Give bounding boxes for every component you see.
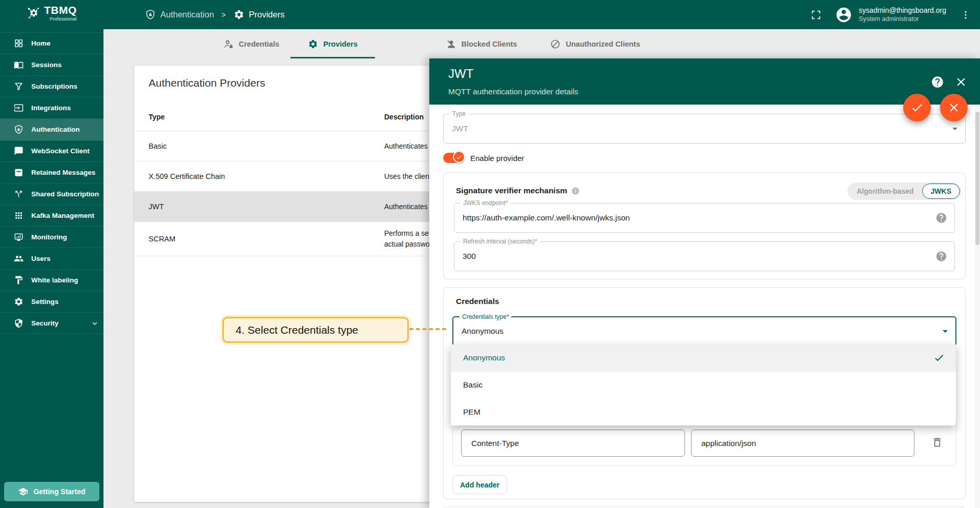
cell-description: Uses the client <box>384 171 431 182</box>
tab-unauthorized-clients[interactable]: Unauthorized Clients <box>544 29 647 58</box>
signature-verifier-title: Signature verifier mechanism <box>456 186 580 195</box>
credentials-title: Credentials <box>456 297 499 306</box>
field-help-icon[interactable] <box>935 251 947 262</box>
tab-blocked-clients[interactable]: Blocked Clients <box>419 29 544 58</box>
sidebar-item-users[interactable]: Users <box>0 248 103 270</box>
breadcrumb-item-authentication[interactable]: Authentication <box>145 9 214 20</box>
dropdown-option-pem[interactable]: PEM <box>451 398 956 425</box>
scrollbar-thumb[interactable] <box>975 112 979 245</box>
drawer-scrollbar[interactable] <box>975 105 980 508</box>
chat-icon <box>14 146 24 156</box>
jwks-endpoint-field[interactable]: JWKS endpoint* <box>454 203 955 233</box>
option-label: PEM <box>463 408 481 417</box>
breadcrumb-item-providers[interactable]: Providers <box>234 9 285 20</box>
provider-details-drawer: JWT MQTT authentication provider details… <box>429 58 980 508</box>
sidebar-item-monitoring[interactable]: Monitoring <box>0 227 103 248</box>
type-select-value: JWT <box>452 124 468 133</box>
header-name-input[interactable] <box>470 430 680 456</box>
dropdown-option-basic[interactable]: Basic <box>451 372 956 399</box>
sidebar-item-subscriptions[interactable]: Subscriptions <box>0 76 103 97</box>
dropdown-option-anonymous[interactable]: Anonymous <box>451 344 956 372</box>
security-shield-icon <box>14 318 24 328</box>
sidebar-item-websocket-client[interactable]: WebSocket Client <box>0 140 103 162</box>
getting-started-button[interactable]: Getting Started <box>4 482 99 501</box>
refresh-interval-field[interactable]: Refresh interval (seconds)* <box>454 241 955 271</box>
refresh-interval-input[interactable] <box>463 242 927 271</box>
sidebar-item-security[interactable]: Security <box>0 313 103 334</box>
close-drawer-icon[interactable] <box>954 75 968 89</box>
sidebar-item-label: Security <box>31 319 82 327</box>
user-info[interactable]: sysadmin@thingsboard.org System administ… <box>859 6 946 24</box>
credentials-type-value: Anonymous <box>462 327 504 336</box>
sidebar-item-label: White labeling <box>31 276 99 284</box>
header-name-field[interactable] <box>461 430 685 457</box>
mechanism-option-algorithm-based[interactable]: Algorithm-based <box>848 184 922 199</box>
tab-credentials[interactable]: Credentials <box>212 29 290 58</box>
help-icon[interactable] <box>931 75 944 89</box>
sidebar-item-home[interactable]: Home <box>0 32 103 54</box>
tab-label: Blocked Clients <box>462 40 517 48</box>
column-header-type: Type <box>149 113 165 121</box>
sidebar-item-label: Kafka Management <box>31 212 99 219</box>
header-value-input[interactable] <box>700 430 910 456</box>
info-icon[interactable] <box>571 187 580 195</box>
delete-header-icon[interactable] <box>931 436 943 448</box>
person-lock-icon <box>223 39 234 49</box>
sidebar-item-retained-messages[interactable]: Retained Messages <box>0 162 103 184</box>
tab-providers[interactable]: Providers <box>290 29 375 58</box>
header-value-field[interactable] <box>691 430 914 457</box>
person-off-icon <box>446 39 456 49</box>
people-icon <box>14 254 24 263</box>
cell-description: Authenticates c <box>384 201 433 212</box>
sidebar-item-settings[interactable]: Settings <box>0 291 103 313</box>
sidebar-item-kafka-management[interactable]: Kafka Management <box>0 205 103 227</box>
jwks-endpoint-input[interactable] <box>463 204 927 232</box>
apply-changes-fab[interactable] <box>903 94 931 121</box>
monitor-icon <box>14 232 24 242</box>
type-select[interactable]: Type JWT <box>443 114 966 144</box>
annotation-text: 4. Select Credentials type <box>236 324 358 336</box>
enable-provider-toggle[interactable] <box>443 153 464 163</box>
enable-provider-row: Enable provider <box>443 153 524 163</box>
getting-started-label: Getting Started <box>33 487 85 496</box>
gear-icon <box>14 297 24 307</box>
user-role: System administrator <box>859 15 946 24</box>
credentials-type-select[interactable]: Credentials type* Anonymous <box>452 316 956 346</box>
check-icon <box>933 352 945 363</box>
sidebar-item-white-labeling[interactable]: White labeling <box>0 270 103 291</box>
discard-changes-fab[interactable] <box>940 94 968 121</box>
gear-icon <box>308 39 318 49</box>
add-header-button[interactable]: Add header <box>452 475 507 494</box>
sidebar-item-shared-subscriptions[interactable]: Shared Subscriptions <box>0 184 103 205</box>
call-split-icon <box>14 189 24 199</box>
tbmq-logo-icon <box>27 6 40 20</box>
sidebar-items: HomeSessionsSubscriptionsIntegrationsAut… <box>0 32 103 334</box>
avatar[interactable] <box>835 6 852 24</box>
sidebar-item-label: Settings <box>31 298 99 306</box>
option-label: Basic <box>463 380 483 390</box>
column-header-description: Description <box>384 111 424 122</box>
block-icon <box>550 39 560 49</box>
fullscreen-icon[interactable] <box>810 9 822 21</box>
cell-description: Performs a sec actual passwor <box>384 228 432 250</box>
field-help-icon[interactable] <box>935 212 947 224</box>
sidebar-item-label: Monitoring <box>31 233 99 241</box>
gear-icon <box>234 9 244 20</box>
sidebar-item-sessions[interactable]: Sessions <box>0 54 103 76</box>
mechanism-option-jwks[interactable]: JWKS <box>922 184 960 199</box>
sidebar-item-label: Home <box>31 39 99 47</box>
tab-bar: CredentialsProvidersBlocked ClientsUnaut… <box>103 29 980 58</box>
verifier-mechanism-toggle-group: Algorithm-basedJWKS <box>847 182 961 200</box>
sidebar-item-authentication[interactable]: Authentication <box>0 119 103 140</box>
app-logo[interactable]: TBMQ Professional <box>27 4 77 22</box>
credentials-type-dropdown: AnonymousBasicPEM <box>451 344 956 425</box>
more-vert-icon[interactable] <box>961 10 971 20</box>
tab-label: Credentials <box>239 40 279 48</box>
sidebar-item-label: Shared Subscriptions <box>31 190 99 198</box>
sidebar-item-label: Users <box>31 255 99 262</box>
cell-type: Basic <box>149 142 166 150</box>
tab-label: Providers <box>323 40 358 48</box>
sidebar-item-label: Authentication <box>31 126 99 133</box>
sidebar-item-integrations[interactable]: Integrations <box>0 97 103 119</box>
caret-down-icon <box>939 325 951 337</box>
